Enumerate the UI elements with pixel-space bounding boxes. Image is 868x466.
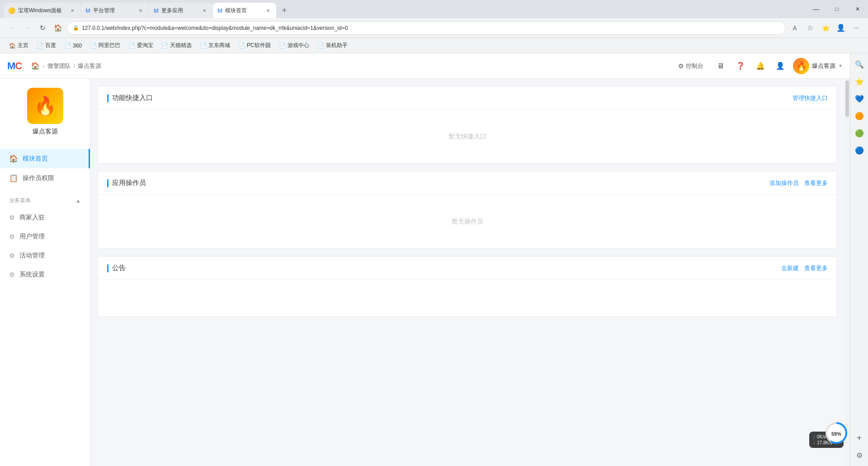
bookmark-label: 百度 <box>45 42 56 49</box>
help-button[interactable]: ❓ <box>733 59 748 73</box>
side-plus-button[interactable]: + <box>852 431 867 445</box>
side-settings-button[interactable]: ⚙ <box>852 448 867 462</box>
reload-button[interactable]: ↻ <box>36 22 49 34</box>
bookmark-setup[interactable]: 📄 装机助手 <box>314 40 351 51</box>
create-announcement-link[interactable]: 去新建 <box>781 264 799 272</box>
tab-close-icon[interactable]: ✕ <box>69 7 76 14</box>
gear-icon: ⚙ <box>9 214 15 221</box>
screen-button[interactable]: 🖥 <box>713 59 728 73</box>
add-operator-link[interactable]: 添加操作员 <box>769 179 799 187</box>
bookmark-icon: 📄 <box>128 43 135 49</box>
bookmark-home[interactable]: 🏠 主页 <box>5 40 32 51</box>
bookmark-label: 主页 <box>18 42 28 49</box>
scrollbar-thumb[interactable] <box>845 81 849 117</box>
side-orange-icon[interactable]: 🟠 <box>852 109 867 123</box>
side-purple-icon[interactable]: 🔵 <box>852 143 867 157</box>
forward-button[interactable]: → <box>21 22 33 34</box>
bookmark-game[interactable]: 📄 游戏中心 <box>275 40 313 51</box>
manage-quick-entry-link[interactable]: 管理快捷入口 <box>793 94 828 102</box>
new-tab-button[interactable]: + <box>277 3 292 18</box>
view-more-operators-link[interactable]: 查看更多 <box>804 179 828 187</box>
app-logo: MC <box>7 60 22 72</box>
breadcrumb-current: 爆点客源 <box>78 62 101 70</box>
collapse-icon[interactable]: ▲ <box>75 198 81 204</box>
bookmark-icon: 📄 <box>279 43 286 49</box>
sidebar-item-label: 操作员权限 <box>23 174 54 182</box>
lock-icon: 🔒 <box>73 25 79 31</box>
percent-text: 59% <box>831 431 841 437</box>
translate-button[interactable]: A <box>788 22 801 34</box>
tab-module-home[interactable]: M 模块首页 ✕ <box>213 3 276 18</box>
tab-close-icon[interactable]: ✕ <box>264 7 272 14</box>
breadcrumb-slash: / <box>74 62 75 69</box>
gear-icon: ⚙ <box>9 233 15 240</box>
bookmark-icon: 📄 <box>161 43 168 49</box>
bookmark-icon: 📄 <box>64 43 71 49</box>
bookmark-alibaba[interactable]: 📄 阿里巴巴 <box>86 40 124 51</box>
bookmark-label: 爱淘宝 <box>137 42 153 49</box>
tab-close-icon[interactable]: ✕ <box>201 7 208 14</box>
bookmark-icon: 📄 <box>238 43 245 49</box>
operators-empty: 暂无操作员 <box>452 218 483 226</box>
bookmark-aitaobao[interactable]: 📄 爱淘宝 <box>125 40 157 51</box>
home-button[interactable]: 🏠 <box>52 22 64 34</box>
app-avatar[interactable]: 🔥 爆点客源 ▼ <box>793 58 843 74</box>
bookmark-jd[interactable]: 📄 京东商城 <box>196 40 234 51</box>
bookmark-label: 天猫精选 <box>170 42 192 49</box>
sidebar-item-home[interactable]: 🏠 模块首页 <box>0 149 90 168</box>
sidebar-menu-merchant[interactable]: ⚙ 商家入驻 <box>0 208 90 227</box>
view-more-announcement-link[interactable]: 查看更多 <box>804 264 828 272</box>
operators-title: 应用操作员 <box>112 179 146 187</box>
gear-icon: ⚙ <box>9 252 15 259</box>
sidebar-app-logo: 🔥 <box>27 88 63 124</box>
profile-button[interactable]: 👤 <box>835 22 847 34</box>
collections-button[interactable]: ⭐ <box>819 22 832 34</box>
scrollbar-track[interactable] <box>844 79 850 466</box>
announcement-body <box>98 280 837 316</box>
dashboard-label: 控制台 <box>686 62 703 70</box>
close-button[interactable]: ✕ <box>847 2 868 16</box>
side-search-icon[interactable]: 🔍 <box>852 57 867 71</box>
side-blue-icon[interactable]: 💙 <box>852 91 867 106</box>
bookmark-360[interactable]: 📄 360 <box>61 41 85 51</box>
back-button[interactable]: ← <box>5 22 18 34</box>
tab-title: 更多应用 <box>161 7 198 14</box>
quick-entry-section: 功能快捷入口 管理快捷入口 暂无快捷入口 <box>98 86 837 164</box>
sidebar-section-header: 业务菜单 ▲ <box>0 193 90 208</box>
bookmark-tmall[interactable]: 📄 天猫精选 <box>158 40 195 51</box>
bookmark-star-button[interactable]: ☆ <box>804 22 816 34</box>
bookmark-baidu[interactable]: 📄 百度 <box>33 40 60 51</box>
bookmark-icon: 📄 <box>37 43 43 49</box>
breadcrumb-team: 微擎团队 <box>47 62 71 70</box>
upload-arrow-icon: ↑ <box>813 434 815 439</box>
sidebar-menu-settings[interactable]: ⚙ 系统设置 <box>0 265 90 284</box>
tab-close-icon[interactable]: ✕ <box>137 7 144 14</box>
quick-entry-empty: 暂无快捷入口 <box>448 133 486 141</box>
address-bar[interactable]: 🔒 127.0.0.1/web/index.php?c=module&a=wel… <box>67 21 786 35</box>
minimize-button[interactable]: — <box>806 2 826 16</box>
notification-button[interactable]: 🔔 <box>753 59 768 73</box>
sidebar-menu-user[interactable]: ⚙ 用户管理 <box>0 227 90 246</box>
announcement-section: 公告 去新建 查看更多 <box>98 256 837 317</box>
sidebar-menu-activity[interactable]: ⚙ 活动管理 <box>0 246 90 265</box>
sidebar-item-ops[interactable]: 📋 操作员权限 <box>0 168 90 188</box>
tab-platform[interactable]: M 平台管理 ✕ <box>81 3 149 18</box>
bookmark-label: 装机助手 <box>326 42 348 49</box>
section-title-bar <box>107 179 108 187</box>
side-star-icon[interactable]: ⭐ <box>852 74 867 89</box>
percent-circle-widget: 59% <box>825 421 848 446</box>
dashboard-button[interactable]: ⚙ 控制台 <box>674 59 708 73</box>
tab-more-apps[interactable]: M 更多应用 ✕ <box>149 3 212 18</box>
bookmark-icon: 📄 <box>200 43 207 49</box>
dashboard-icon: ⚙ <box>678 62 684 70</box>
maximize-button[interactable]: □ <box>826 2 847 16</box>
app-name-label: 爆点客源 <box>812 62 835 70</box>
bookmark-label: 京东商城 <box>208 42 230 49</box>
user-button[interactable]: 👤 <box>773 59 788 73</box>
tab-baota[interactable]: 🟡 宝塔Windows面板 ✕ <box>4 3 80 18</box>
more-button[interactable]: ⋯ <box>850 22 863 34</box>
address-text[interactable]: 127.0.0.1/web/index.php?c=module&a=welco… <box>82 25 348 31</box>
home-icon[interactable]: 🏠 <box>31 62 40 70</box>
side-green-icon[interactable]: 🟢 <box>852 126 867 140</box>
bookmark-pc-software[interactable]: 📄 PC软件园 <box>235 40 274 51</box>
